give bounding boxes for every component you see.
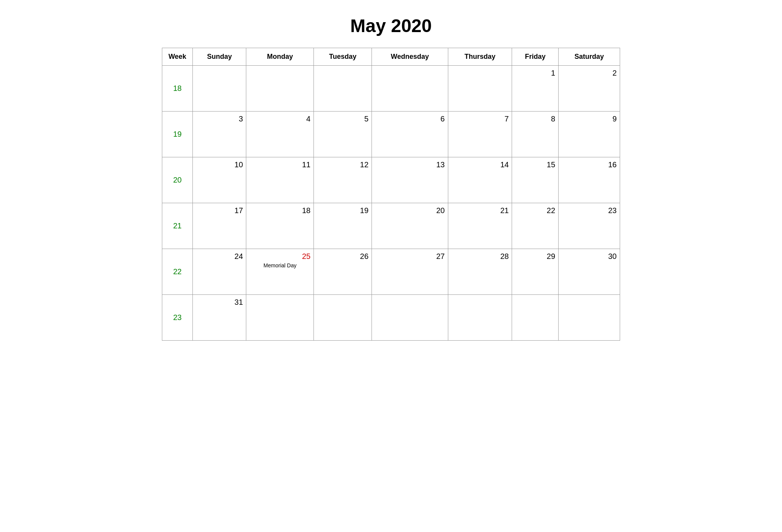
- day-cell: 19: [314, 203, 372, 249]
- day-cell: [193, 66, 246, 112]
- day-cell: [559, 295, 620, 341]
- week-row-21: 2117181920212223: [162, 203, 620, 249]
- day-cell: 24: [193, 249, 246, 295]
- day-cell: 3: [193, 112, 246, 157]
- day-cell: 2: [559, 66, 620, 112]
- day-cell: [314, 295, 372, 341]
- day-cell: 12: [314, 157, 372, 203]
- calendar-header-row: WeekSundayMondayTuesdayWednesdayThursday…: [162, 48, 620, 66]
- week-number-20: 20: [162, 157, 193, 203]
- week-row-23: 2331: [162, 295, 620, 341]
- day-cell: 1: [512, 66, 559, 112]
- day-cell: [372, 295, 448, 341]
- day-cell: [246, 295, 314, 341]
- day-cell: [314, 66, 372, 112]
- day-cell: 8: [512, 112, 559, 157]
- day-cell: 11: [246, 157, 314, 203]
- week-number-22: 22: [162, 249, 193, 295]
- calendar-title: May 2020: [350, 15, 432, 36]
- day-cell: 10: [193, 157, 246, 203]
- day-cell: 7: [448, 112, 512, 157]
- day-cell: 28: [448, 249, 512, 295]
- day-cell: [448, 295, 512, 341]
- day-cell: 23: [559, 203, 620, 249]
- day-cell: 15: [512, 157, 559, 203]
- day-cell: 27: [372, 249, 448, 295]
- day-cell: 18: [246, 203, 314, 249]
- week-row-19: 193456789: [162, 112, 620, 157]
- day-cell: 22: [512, 203, 559, 249]
- day-cell: 29: [512, 249, 559, 295]
- day-cell: [246, 66, 314, 112]
- week-number-21: 21: [162, 203, 193, 249]
- day-cell: [448, 66, 512, 112]
- day-cell: [512, 295, 559, 341]
- week-number-23: 23: [162, 295, 193, 341]
- column-header-sunday: Sunday: [193, 48, 246, 66]
- week-row-22: 222425Memorial Day2627282930: [162, 249, 620, 295]
- day-cell: 31: [193, 295, 246, 341]
- day-cell: 6: [372, 112, 448, 157]
- day-cell: 21: [448, 203, 512, 249]
- day-cell: 25Memorial Day: [246, 249, 314, 295]
- day-cell: 16: [559, 157, 620, 203]
- day-cell: 30: [559, 249, 620, 295]
- day-cell: 17: [193, 203, 246, 249]
- day-cell: 20: [372, 203, 448, 249]
- day-cell: 5: [314, 112, 372, 157]
- day-cell: [372, 66, 448, 112]
- week-row-20: 2010111213141516: [162, 157, 620, 203]
- column-header-monday: Monday: [246, 48, 314, 66]
- day-cell: 4: [246, 112, 314, 157]
- day-cell: 14: [448, 157, 512, 203]
- calendar-table: WeekSundayMondayTuesdayWednesdayThursday…: [162, 48, 620, 341]
- column-header-tuesday: Tuesday: [314, 48, 372, 66]
- day-cell: 9: [559, 112, 620, 157]
- column-header-thursday: Thursday: [448, 48, 512, 66]
- day-cell: 13: [372, 157, 448, 203]
- column-header-week: Week: [162, 48, 193, 66]
- column-header-friday: Friday: [512, 48, 559, 66]
- column-header-saturday: Saturday: [559, 48, 620, 66]
- week-row-18: 1812: [162, 66, 620, 112]
- day-cell: 26: [314, 249, 372, 295]
- column-header-wednesday: Wednesday: [372, 48, 448, 66]
- week-number-19: 19: [162, 112, 193, 157]
- week-number-18: 18: [162, 66, 193, 112]
